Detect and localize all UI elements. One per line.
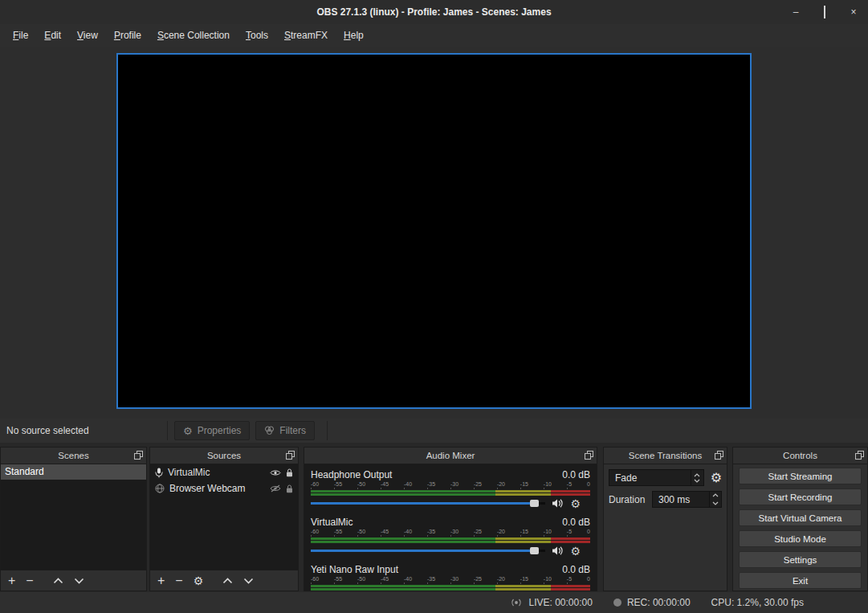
meter-tick-label: -40 bbox=[404, 575, 412, 582]
audio-mixer-panel: Audio Mixer Headphone Output 0.0 dB -60-… bbox=[304, 447, 597, 591]
source-item[interactable]: VirtualMic bbox=[150, 464, 298, 480]
filters-icon bbox=[264, 426, 275, 435]
volume-slider[interactable] bbox=[311, 500, 545, 507]
meter-tick-label: -55 bbox=[334, 480, 342, 488]
source-item[interactable]: Browser Webcam bbox=[150, 480, 298, 497]
duration-spinbox[interactable]: 300 ms bbox=[652, 491, 722, 508]
mixer-source-name: VirtualMic bbox=[311, 517, 352, 528]
visibility-eye-icon[interactable] bbox=[270, 469, 281, 476]
meter-tick-label: -5 bbox=[567, 528, 572, 535]
scenes-toolbar: + − bbox=[1, 570, 146, 591]
start-streaming-button[interactable]: Start Streaming bbox=[739, 468, 862, 484]
volume-meter bbox=[311, 490, 590, 496]
scenes-panel-title: Scenes bbox=[58, 451, 88, 460]
popout-icon[interactable] bbox=[855, 451, 864, 460]
scenes-panel-header: Scenes bbox=[1, 447, 146, 464]
live-time-label: LIVE: 00:00:00 bbox=[528, 597, 592, 608]
meter-tick-label: -10 bbox=[544, 528, 552, 535]
remove-source-icon[interactable]: − bbox=[175, 574, 182, 587]
scenes-list: Standard bbox=[1, 464, 146, 570]
start-virtual-camera-button[interactable]: Start Virtual Camera bbox=[739, 509, 862, 526]
meter-tick-label: -20 bbox=[497, 528, 505, 535]
transition-selected-value: Fade bbox=[609, 472, 691, 484]
transition-select[interactable]: Fade bbox=[609, 469, 704, 486]
menu-help[interactable]: Help bbox=[336, 24, 372, 47]
gear-icon[interactable]: ⚙ bbox=[570, 546, 581, 557]
move-scene-down-icon[interactable] bbox=[74, 578, 84, 584]
meter-tick-label: -40 bbox=[404, 528, 412, 535]
close-icon[interactable]: × bbox=[849, 7, 858, 17]
popout-icon[interactable] bbox=[134, 451, 143, 460]
menu-streamfx[interactable]: StreamFX bbox=[276, 24, 336, 47]
maximize-icon[interactable] bbox=[820, 7, 829, 17]
scene-item[interactable]: Standard bbox=[1, 464, 146, 480]
source-toolbar: No source selected ⚙ Properties Filters bbox=[0, 419, 868, 443]
meter-tick-label: -35 bbox=[427, 528, 435, 535]
duration-decrease-icon[interactable] bbox=[710, 500, 721, 508]
meter-tick-label: -30 bbox=[450, 480, 458, 488]
gear-icon: ⚙ bbox=[183, 426, 193, 436]
duration-increase-icon[interactable] bbox=[710, 492, 721, 500]
lock-icon[interactable] bbox=[286, 484, 293, 493]
mixer-volume-db: 0.0 dB bbox=[562, 469, 590, 480]
globe-icon bbox=[155, 484, 165, 493]
menu-file[interactable]: File bbox=[5, 24, 36, 47]
exit-button[interactable]: Exit bbox=[739, 572, 862, 589]
sources-list: VirtualMic Browser Webcam bbox=[150, 464, 298, 570]
transition-properties-gear-icon[interactable]: ⚙ bbox=[711, 472, 722, 484]
add-scene-icon[interactable]: + bbox=[8, 574, 15, 587]
move-source-down-icon[interactable] bbox=[243, 578, 254, 584]
volume-slider-handle[interactable] bbox=[530, 547, 539, 554]
settings-button[interactable]: Settings bbox=[739, 551, 862, 568]
combo-spin-arrows[interactable] bbox=[691, 470, 703, 485]
visibility-eye-slash-icon[interactable] bbox=[270, 484, 281, 492]
title-bar: OBS 27.1.3 (linux) - Profile: James - Sc… bbox=[0, 0, 868, 24]
filters-button[interactable]: Filters bbox=[255, 421, 315, 440]
popout-icon[interactable] bbox=[585, 451, 593, 460]
toolbar-separator bbox=[327, 421, 328, 440]
start-recording-button[interactable]: Start Recording bbox=[739, 488, 862, 505]
meter-tick-label: -55 bbox=[334, 575, 342, 582]
add-source-icon[interactable]: + bbox=[157, 574, 165, 587]
window-title: OBS 27.1.3 (linux) - Profile: James - Sc… bbox=[316, 6, 551, 18]
menu-tools[interactable]: Tools bbox=[238, 24, 276, 47]
mixer-source-name: Headphone Output bbox=[311, 469, 392, 480]
meter-scale: -60-55-50-45-40-35-30-25-20-15-10-50 bbox=[311, 575, 590, 582]
menu-profile[interactable]: Profile bbox=[106, 24, 149, 47]
menu-view[interactable]: View bbox=[69, 24, 106, 47]
popout-icon[interactable] bbox=[286, 451, 295, 460]
popout-icon[interactable] bbox=[715, 451, 723, 460]
move-source-up-icon[interactable] bbox=[222, 578, 233, 584]
speaker-icon[interactable] bbox=[552, 546, 564, 556]
mixer-source-name: Yeti Nano Raw Input bbox=[311, 564, 398, 575]
rec-status: REC: 00:00:00 bbox=[613, 597, 691, 608]
meter-tick-label: -45 bbox=[381, 480, 389, 488]
preview-area bbox=[0, 47, 868, 419]
meter-scale: -60-55-50-45-40-35-30-25-20-15-10-50 bbox=[311, 480, 590, 488]
meter-tick-label: -35 bbox=[427, 575, 435, 582]
properties-button[interactable]: ⚙ Properties bbox=[174, 421, 250, 440]
studio-mode-button[interactable]: Studio Mode bbox=[739, 530, 862, 547]
rec-time-label: REC: 00:00:00 bbox=[627, 597, 691, 608]
menu-bar: File Edit View Profile Scene Collection … bbox=[0, 24, 868, 47]
source-properties-gear-icon[interactable]: ⚙ bbox=[194, 575, 204, 586]
meter-tick-label: -10 bbox=[544, 575, 552, 582]
volume-meter bbox=[311, 537, 590, 543]
audio-mixer-body: Headphone Output 0.0 dB -60-55-50-45-40-… bbox=[304, 464, 597, 591]
volume-slider[interactable] bbox=[311, 547, 545, 554]
preview-canvas[interactable] bbox=[116, 53, 752, 409]
lock-icon[interactable] bbox=[286, 468, 293, 477]
menu-scene-collection[interactable]: Scene Collection bbox=[149, 24, 238, 47]
no-source-selected-label: No source selected bbox=[6, 425, 161, 436]
meter-tick-label: -30 bbox=[450, 528, 458, 535]
mixer-channel: Yeti Nano Raw Input 0.0 dB -60-55-50-45-… bbox=[304, 562, 597, 591]
menu-edit[interactable]: Edit bbox=[36, 24, 69, 47]
speaker-icon[interactable] bbox=[552, 498, 564, 509]
meter-tick-label: -40 bbox=[404, 480, 412, 488]
meter-tick-label: -55 bbox=[334, 528, 342, 535]
move-scene-up-icon[interactable] bbox=[53, 578, 63, 584]
minimize-icon[interactable]: – bbox=[791, 7, 801, 17]
volume-slider-handle[interactable] bbox=[530, 500, 539, 507]
remove-scene-icon[interactable]: − bbox=[26, 574, 33, 587]
gear-icon[interactable]: ⚙ bbox=[570, 498, 581, 509]
